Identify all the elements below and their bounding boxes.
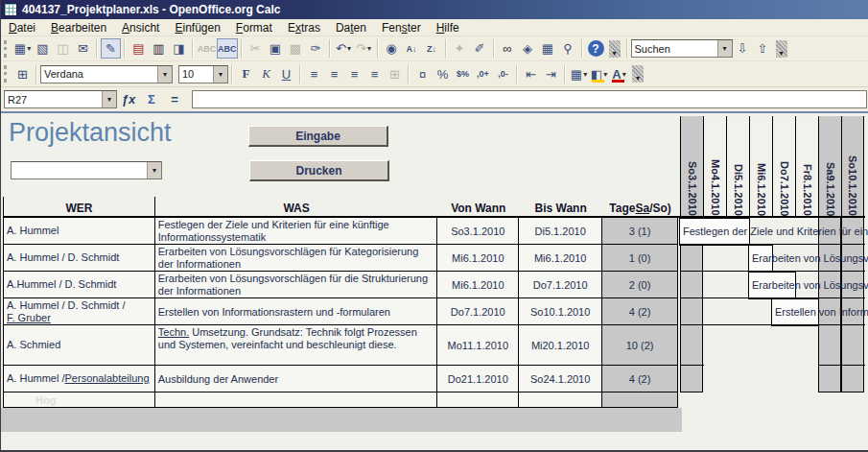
cell-tage[interactable]: 2 (0): [602, 272, 678, 297]
cell-bis[interactable]: Mi6.1.2010: [519, 245, 602, 271]
bold-icon[interactable]: F: [236, 64, 256, 84]
format-paintbrush-icon[interactable]: ✑: [306, 38, 326, 59]
gantt-date-column[interactable]: So3.1.2010: [680, 116, 703, 218]
toolbar-grip[interactable]: [4, 40, 9, 58]
delete-decimal-icon[interactable]: ,0-: [493, 64, 513, 84]
cell-was[interactable]: Erstellen von Informationsrastern und -f…: [155, 298, 438, 324]
cell-was[interactable]: Ausbildung der Anwender: [155, 366, 438, 392]
cell-was[interactable]: Techn. Umsetzung. Grundsatz: Technik fol…: [155, 325, 438, 365]
page-preview-icon[interactable]: ◨: [169, 38, 189, 59]
navigator-icon[interactable]: ◈: [518, 38, 538, 59]
cell-von[interactable]: [437, 393, 519, 407]
cell-was[interactable]: Festlegen der Ziele und Kriterien für ei…: [155, 218, 438, 244]
cell-tage[interactable]: 10 (2): [602, 325, 678, 365]
cell-bis[interactable]: Di5.1.2010: [519, 218, 602, 244]
search-dropdown-icon[interactable]: ▾: [717, 40, 732, 57]
sum-icon[interactable]: Σ: [140, 90, 163, 109]
menu-extras[interactable]: Extras: [280, 20, 328, 36]
cell-tage[interactable]: [602, 393, 678, 407]
align-left-icon[interactable]: ≡: [304, 64, 324, 84]
cell-tage[interactable]: 3 (1): [602, 218, 678, 244]
toolbar-grip[interactable]: [4, 65, 9, 83]
email-icon[interactable]: ✉: [73, 38, 93, 59]
font-size-dropdown-icon[interactable]: ▾: [213, 66, 227, 83]
eingabe-button[interactable]: Eingabe: [248, 126, 388, 147]
cell-bis[interactable]: So10.1.2010: [519, 298, 602, 324]
italic-icon[interactable]: K: [256, 64, 276, 84]
paste-icon[interactable]: ▩: [286, 38, 306, 59]
auto-spellcheck-icon[interactable]: ABC: [217, 38, 238, 59]
print-icon[interactable]: ▥: [149, 38, 169, 59]
menu-daten[interactable]: Daten: [328, 20, 374, 36]
font-name-combo[interactable]: Verdana ▾: [40, 65, 173, 83]
font-name-value[interactable]: Verdana: [41, 68, 157, 80]
gantt-date-column[interactable]: So10.1.2010: [841, 116, 864, 218]
title-bar[interactable]: 404137_Projektplaner.xls - OpenOffice.or…: [1, 0, 868, 19]
cell-wer[interactable]: A.Hummel / D. Schmidt: [4, 272, 155, 297]
cell-wer[interactable]: A. Schmied: [4, 325, 155, 365]
merge-cells-icon[interactable]: ⊞: [385, 64, 405, 84]
save-icon[interactable]: ◫: [53, 38, 73, 59]
cell-von[interactable]: Do7.1.2010: [437, 298, 519, 324]
cut-icon[interactable]: ✂: [246, 38, 266, 59]
align-right-icon[interactable]: ≡: [344, 64, 364, 84]
cell-tage[interactable]: 4 (2): [602, 298, 678, 324]
background-color-icon[interactable]: ◧▾: [589, 64, 609, 84]
stamp-icon[interactable]: ✦: [450, 38, 470, 59]
spellcheck-icon[interactable]: ABC: [197, 38, 217, 59]
gantt-date-column[interactable]: Mi6.1.2010: [749, 116, 772, 218]
menu-bearbeiten[interactable]: Bearbeiten: [43, 20, 114, 36]
open-icon[interactable]: ▧: [33, 38, 53, 59]
currency-format-icon[interactable]: ¤: [412, 64, 433, 84]
gantt-date-column[interactable]: Fr8.1.2010: [795, 116, 818, 218]
function-wizard-icon[interactable]: ƒx: [117, 90, 140, 109]
copy-icon[interactable]: ▣: [266, 38, 286, 59]
new-document-icon[interactable]: ▦▾: [12, 38, 33, 59]
cell-reference[interactable]: R27: [5, 94, 102, 106]
decrease-indent-icon[interactable]: ⇤: [521, 64, 541, 84]
menu-hilfe[interactable]: Hilfe: [429, 20, 467, 36]
find-replace-icon[interactable]: ∞: [498, 38, 518, 59]
cell-bis[interactable]: [519, 393, 602, 407]
add-decimal-icon[interactable]: ,0+: [473, 64, 493, 84]
project-select-dropdown-icon[interactable]: ▾: [147, 162, 161, 178]
gantt-date-column[interactable]: Sa9.1.2010: [818, 116, 841, 218]
underline-icon[interactable]: U: [276, 64, 296, 84]
find-next-icon[interactable]: ⇩: [733, 38, 753, 59]
edit-mode-icon[interactable]: ✎: [101, 38, 121, 59]
cell-wer[interactable]: A. Hummel / D. Schmidt / F. Gruber: [4, 298, 155, 324]
cell-bis[interactable]: So24.1.2010: [519, 366, 602, 392]
formatting-overflow-icon[interactable]: ▾: [632, 65, 644, 83]
draw-functions-icon[interactable]: ✐: [470, 38, 490, 59]
cell-wer[interactable]: A. Hummel: [4, 218, 155, 244]
cell-tage[interactable]: 4 (2): [602, 366, 678, 392]
name-box[interactable]: R27 ▾: [4, 90, 117, 108]
cell-bis[interactable]: Do7.1.2010: [519, 272, 602, 297]
gantt-date-column[interactable]: Do7.1.2010: [772, 116, 795, 218]
name-box-dropdown-icon[interactable]: ▾: [102, 91, 116, 107]
cell-von[interactable]: Mi6.1.2010: [437, 245, 519, 271]
export-pdf-icon[interactable]: ▤: [129, 38, 149, 59]
font-color-icon[interactable]: A▾: [609, 64, 629, 84]
cell-was[interactable]: Erarbeiten von Lösungsvorschlägen für Ka…: [155, 245, 438, 271]
zoom-icon[interactable]: ⚲: [558, 38, 578, 59]
find-toolbar-overflow-icon[interactable]: ▾: [776, 40, 787, 58]
cell-wer[interactable]: [4, 393, 155, 407]
toolbar-overflow-icon[interactable]: ▾: [609, 40, 621, 58]
align-center-icon[interactable]: ≡: [324, 64, 344, 84]
cell-wer[interactable]: A. Hummel / Personalabteilung: [4, 366, 155, 392]
cell-von[interactable]: So3.1.2010: [437, 218, 519, 244]
menu-fenster[interactable]: Fenster: [374, 20, 429, 36]
increase-indent-icon[interactable]: ⇥: [541, 64, 561, 84]
cell-was[interactable]: [155, 393, 438, 407]
font-size-value[interactable]: 10: [179, 68, 213, 80]
cell-was[interactable]: Erarbeiten von Lösungsvorschlägen für di…: [155, 272, 438, 297]
find-toolbar-searchbox[interactable]: Suchen ▾: [631, 39, 733, 58]
cell-tage[interactable]: 1 (0): [602, 245, 678, 271]
hyperlink-icon[interactable]: ◉: [382, 38, 402, 59]
percent-format-icon[interactable]: %: [433, 64, 453, 84]
search-input[interactable]: Suchen: [632, 43, 717, 55]
gantt-date-column[interactable]: Mo4.1.2010: [703, 116, 726, 218]
align-justify-icon[interactable]: ≡: [364, 64, 385, 84]
cell-von[interactable]: Do21.1.2010: [437, 366, 519, 392]
